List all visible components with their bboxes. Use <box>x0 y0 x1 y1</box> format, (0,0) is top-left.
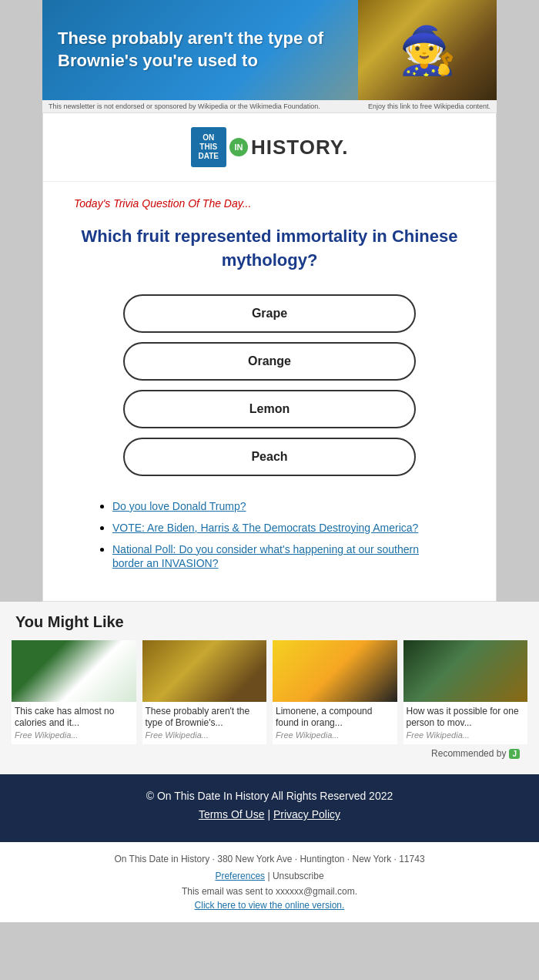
footer-terms-link[interactable]: Terms Of Use <box>199 808 265 821</box>
answer-options: Grape Orange Lemon Peach <box>74 294 465 476</box>
logo-area: ON THIS DATE IN HISTORY. <box>43 113 496 182</box>
card-text-1: This cake has almost no calories and it.… <box>12 702 136 744</box>
footer-privacy-link[interactable]: Privacy Policy <box>273 808 340 821</box>
main-card: ON THIS DATE IN HISTORY. Today's Trivia … <box>42 112 497 602</box>
card-thumbnail-2 <box>142 640 267 702</box>
footer-email-notice: This email was sent to xxxxxx@gmail.com. <box>12 886 527 897</box>
banner-image: 🧙 <box>358 0 497 100</box>
footer-online-link-wrap: Click here to view the online version. <box>12 900 527 911</box>
recommended-bar: Recommended by J <box>12 744 527 763</box>
logo-box: ON THIS DATE IN HISTORY. <box>191 127 349 167</box>
poll-link-2[interactable]: VOTE: Are Biden, Harris & The Democrats … <box>112 522 418 534</box>
card-text-2: These probably aren't the type of Browni… <box>142 702 267 744</box>
trivia-section: Today's Trivia Question Of The Day... Wh… <box>43 182 496 601</box>
card-thumbnail-3 <box>273 640 397 702</box>
footer-pref-row: Preferences | Unsubscribe <box>12 871 527 881</box>
card-text-4: How was it possible for one person to mo… <box>403 702 528 744</box>
banner-figure-icon: 🧙 <box>399 23 457 78</box>
footer-unsubscribe-label: Unsubscribe <box>273 871 324 881</box>
answer-lemon[interactable]: Lemon <box>123 390 416 428</box>
trivia-label: Today's Trivia Question Of The Day... <box>74 197 465 210</box>
recommended-label: Recommended by <box>431 748 506 759</box>
list-item: National Poll: Do you consider what's ha… <box>112 542 450 570</box>
footer-copyright: © On This Date In History All Rights Res… <box>15 790 524 802</box>
footer-separator: | <box>267 808 270 821</box>
card-item[interactable]: How was it possible for one person to mo… <box>403 640 528 744</box>
banner-disclaimer: This newsletter is not endorsed or spons… <box>42 100 497 112</box>
you-might-like-heading: You Might Like <box>15 613 527 631</box>
footer-pipe: | <box>267 871 270 881</box>
card-item[interactable]: These probably aren't the type of Browni… <box>142 640 267 744</box>
card-thumbnail-1 <box>12 640 136 702</box>
logo-calendar: ON THIS DATE <box>191 127 226 167</box>
logo-in-circle: IN <box>229 138 248 156</box>
answer-peach[interactable]: Peach <box>123 438 416 476</box>
banner: These probably aren't the type of Browni… <box>42 0 497 100</box>
you-might-like-section: You Might Like This cake has almost no c… <box>0 602 539 774</box>
answer-grape[interactable]: Grape <box>123 294 416 333</box>
logo-history-text: HISTORY. <box>251 136 348 159</box>
banner-title: These probably aren't the type of Browni… <box>58 28 343 72</box>
card-item[interactable]: This cake has almost no calories and it.… <box>12 640 136 744</box>
footer-address: On This Date in History · 380 New York A… <box>12 854 527 864</box>
trivia-question: Which fruit represented immortality in C… <box>74 225 465 273</box>
disclaimer-right: Enjoy this link to free Wikipedia conten… <box>368 102 490 110</box>
footer-dark: © On This Date In History All Rights Res… <box>0 774 539 842</box>
poll-link-3[interactable]: National Poll: Do you consider what's ha… <box>112 543 419 569</box>
footer-light: On This Date in History · 380 New York A… <box>0 842 539 922</box>
card-thumbnail-4 <box>403 640 528 702</box>
card-item[interactable]: Limonene, a compound found in orang... F… <box>273 640 397 744</box>
list-item: VOTE: Are Biden, Harris & The Democrats … <box>112 521 450 535</box>
footer-preferences-link[interactable]: Preferences <box>215 871 265 881</box>
list-item: Do you love Donald Trump? <box>112 499 450 513</box>
disclaimer-left: This newsletter is not endorsed or spons… <box>49 102 320 110</box>
answer-orange[interactable]: Orange <box>123 342 416 381</box>
poll-links: Do you love Donald Trump? VOTE: Are Bide… <box>74 499 465 570</box>
card-text-3: Limonene, a compound found in orang... F… <box>273 702 397 744</box>
cards-row: This cake has almost no calories and it.… <box>12 640 527 744</box>
recommended-icon: J <box>509 749 520 759</box>
poll-link-1[interactable]: Do you love Donald Trump? <box>112 500 246 512</box>
footer-online-link[interactable]: Click here to view the online version. <box>195 900 345 911</box>
